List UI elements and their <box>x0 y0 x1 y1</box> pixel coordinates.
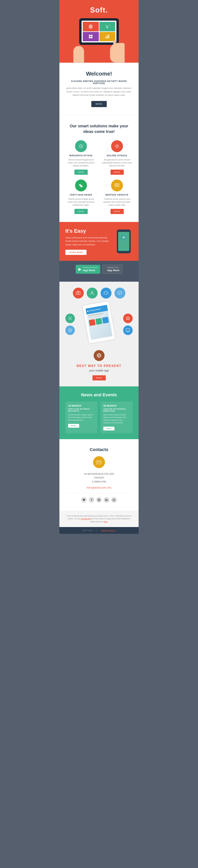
showcase-icons-row <box>65 288 133 299</box>
social-rss[interactable] <box>111 497 117 503</box>
finger <box>113 40 116 45</box>
feature-name-2: DOLORE SITRASA <box>102 155 133 157</box>
tablet-screen <box>82 21 116 42</box>
feature-item-3: CERTYJASA NASER Viveme linumet feugiat l… <box>65 180 96 214</box>
android-store-button[interactable]: ▶ Available for Android App Store <box>76 265 100 274</box>
present-more-button[interactable]: MORE <box>92 375 106 380</box>
footer-note: You're receiving this email because you … <box>60 510 138 527</box>
hand-left <box>73 46 84 63</box>
feature-name-4: BERTASE VIERASTE <box>102 194 133 196</box>
solutions-title: Our smart solutions make your ideas come… <box>65 123 133 134</box>
svg-rect-9 <box>106 37 106 38</box>
news-desc-1: Wiraserta ryasu rateque agrime linumet f… <box>68 413 95 422</box>
svg-point-21 <box>77 292 79 294</box>
svg-rect-19 <box>117 185 118 186</box>
social-twitter[interactable] <box>81 497 87 503</box>
feature-desc-2: Seugiata lacere isenie linumet irephalod… <box>102 158 133 167</box>
hero-title: Soft. <box>63 6 135 14</box>
welcome-more-button[interactable]: MORE <box>91 101 107 107</box>
news-section-title: News and Events <box>65 392 133 398</box>
easy-text: It's Easy Casey yolescene anrit maisonma… <box>65 228 113 255</box>
tablet-cell-2 <box>100 22 115 31</box>
left-icons <box>65 314 75 335</box>
address-line-3: IL 60604-2340 <box>65 480 133 484</box>
contacts-section: Contacts 28 JACKSON BLVD STE 1020 CHICAG… <box>60 439 138 510</box>
showcase-icon-right-1 <box>123 314 133 323</box>
svg-point-12 <box>116 145 118 147</box>
showcase-bottom-icon <box>65 350 133 361</box>
showcase-icon-left-2 <box>65 326 75 335</box>
social-linkedin[interactable] <box>104 497 109 503</box>
news-item-1: 24 MARCH KERTYASE MASERTA DELOERTA Wiras… <box>65 401 97 433</box>
contact-email[interactable]: INFO@DEMOILNIK.ORG <box>65 487 133 489</box>
feature-button-2[interactable]: MORE <box>111 169 124 175</box>
footer-copyright: Soft. © 2015 <box>83 529 92 531</box>
feature-icon-3 <box>75 180 87 191</box>
phone-body <box>117 229 131 253</box>
address-line-2: CHICAGO <box>65 476 133 480</box>
svg-rect-8 <box>91 37 92 38</box>
easy-learn-more-button[interactable]: LEARN MORE <box>65 250 86 255</box>
address-line-1: 28 JACKSON BLVD STE 1020 <box>65 472 133 476</box>
showcase-icon-cloud <box>101 288 112 299</box>
svg-marker-4 <box>109 25 109 26</box>
news-event-1: KERTYASE MASERTA DELOERTA <box>68 408 95 412</box>
news-date-1: 24 MARCH <box>68 404 95 407</box>
feature-button-3[interactable]: MORE <box>74 209 88 214</box>
tablet-cell-1 <box>83 22 99 31</box>
news-more-button-2[interactable]: MORE <box>103 427 114 430</box>
footer-separator: | <box>96 529 97 531</box>
phone-screen <box>118 232 129 251</box>
feature-name-1: MIRASERTA RTYASE <box>65 155 96 157</box>
svg-rect-32 <box>105 499 106 501</box>
news-desc-2: Basermaser lertyaes rateque agrese linum… <box>103 413 130 424</box>
social-google[interactable] <box>96 497 102 503</box>
feature-icon-4 <box>111 180 123 191</box>
news-more-button-1[interactable]: MORE <box>68 424 79 428</box>
phone-mockup-screen <box>85 305 113 340</box>
social-facebook[interactable] <box>89 497 94 503</box>
features-grid: MIRASERTA RTYASE Viveme linumet feugiat … <box>65 140 133 214</box>
svg-rect-7 <box>89 37 90 38</box>
feature-item-2: DOLORE SITRASA Seugiata lacere isenie li… <box>102 140 133 175</box>
social-icons-row <box>65 497 133 503</box>
svg-rect-20 <box>76 292 80 294</box>
solutions-section: Our smart solutions make your ideas come… <box>60 115 138 222</box>
easy-title: It's Easy <box>65 228 113 234</box>
welcome-body: porta retbiu diam, sit amet vulputate fe… <box>65 87 133 97</box>
apple-store-name: App Store <box>107 269 119 272</box>
android-store-text: Available for Android App Store <box>83 267 97 272</box>
showcase-icon-left-1 <box>65 314 75 323</box>
feature-icon-2 <box>111 140 123 152</box>
tablet-cell-4 <box>100 32 115 41</box>
privacy-policy-link[interactable]: PRIVACY POLICY <box>101 529 115 531</box>
svg-rect-24 <box>126 329 130 331</box>
phone-mockup <box>82 300 116 344</box>
news-event-2: VIRUASE BYTSSERAS MIERTASEA <box>103 408 130 412</box>
showcase-icon-right-2 <box>123 326 133 335</box>
android-icon: ▶ <box>78 267 81 272</box>
svg-point-22 <box>91 291 93 293</box>
welcome-section: Welcome! KLECENE ANRITMA HASESERA DEYUET… <box>60 63 138 115</box>
contacts-title: Contacts <box>65 447 133 452</box>
feature-button-4[interactable]: MORE <box>111 209 124 214</box>
svg-rect-5 <box>89 35 90 36</box>
feature-desc-1: Viveme linumet feugiat lacere ensier sri… <box>65 158 96 167</box>
feature-desc-3: Viveme linumet feugiat lacere ensier sri… <box>65 197 96 207</box>
unsubscribe-link[interactable]: Unsubscribe <box>81 518 91 520</box>
here-link[interactable]: here <box>104 521 107 523</box>
tablet-illustration <box>73 18 125 63</box>
news-date-2: 26 MARCH <box>103 404 130 407</box>
mail-icon <box>93 456 105 468</box>
news-grid: 24 MARCH KERTYASE MASERTA DELOERTA Wiras… <box>65 401 133 433</box>
showcase-icon-person <box>87 288 97 299</box>
tablet-body <box>79 18 119 45</box>
svg-rect-6 <box>91 35 92 36</box>
apple-store-button[interactable]: Available on the App Store <box>103 265 122 274</box>
svg-rect-11 <box>108 35 109 38</box>
feature-button-1[interactable]: MORE <box>74 169 88 175</box>
hand-right <box>110 43 125 63</box>
contact-address: 28 JACKSON BLVD STE 1020 CHICAGO IL 6060… <box>65 472 133 484</box>
news-section: News and Events 24 MARCH KERTYASE MASERT… <box>60 386 138 439</box>
welcome-title: Welcome! <box>65 71 133 77</box>
